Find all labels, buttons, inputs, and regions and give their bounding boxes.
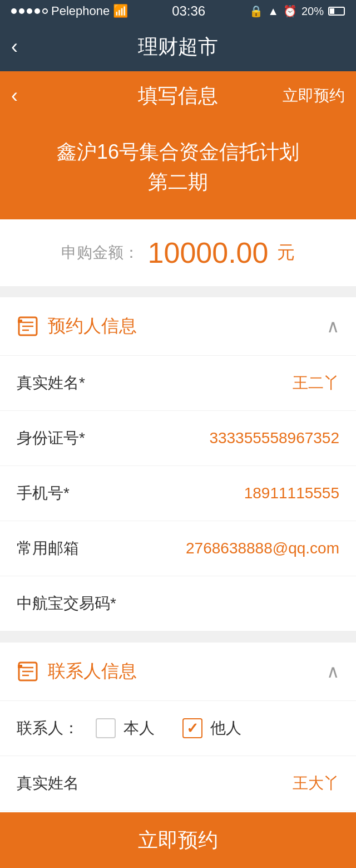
sub-nav-title: 填写信息 (138, 82, 218, 110)
nav-back-button[interactable]: ‹ (11, 35, 18, 58)
dot-1 (11, 8, 17, 14)
sub-nav-action-button[interactable]: 立即预约 (283, 85, 345, 106)
contact-field-real-name[interactable]: 真实姓名 王大丫 (0, 756, 356, 811)
field-phone-value: 18911115555 (244, 484, 339, 502)
lock-icon: 🔒 (249, 4, 263, 18)
nav-title: 理财超市 (138, 33, 218, 61)
reserver-header-left: 预约人信息 (17, 314, 137, 339)
contact-type-row: 联系人： 本人 他人 (0, 701, 356, 756)
field-real-name-label: 真实姓名* (17, 372, 117, 394)
field-real-name-value: 王二丫 (293, 372, 339, 394)
reserver-section-header: 预约人信息 (0, 297, 356, 356)
contact-field-real-name-value: 王大丫 (293, 773, 339, 794)
field-trade-code-label: 中航宝交易码* (17, 593, 117, 614)
status-bar: Pelephone 📶 03:36 🔒 ▲ ⏰ 20% (0, 0, 356, 22)
dot-5 (42, 8, 48, 14)
dot-3 (27, 8, 32, 14)
status-right: 🔒 ▲ ⏰ 20% (249, 4, 345, 18)
field-phone-label: 手机号* (17, 483, 117, 504)
contact-section-header: 联系人信息 (0, 643, 356, 701)
field-id-number-label: 身份证号* (17, 428, 117, 449)
sub-nav-back-button[interactable]: ‹ (11, 84, 18, 107)
contact-field-real-name-label: 真实姓名 (17, 773, 117, 794)
contact-collapse-icon[interactable] (327, 661, 339, 682)
svg-rect-9 (18, 665, 22, 668)
reserver-icon (17, 315, 39, 337)
wifi-icon: 📶 (113, 4, 128, 18)
product-title-line1: 鑫沪16号集合资金信托计划 (57, 140, 299, 163)
reserver-section: 预约人信息 真实姓名* 王二丫 身份证号* 333355558967352 手机… (0, 297, 356, 631)
checkbox-self-label: 本人 (123, 718, 155, 739)
reserver-section-title: 预约人信息 (48, 314, 137, 339)
sub-nav-bar: ‹ 填写信息 立即预约 (0, 71, 356, 120)
carrier-name: Pelephone (51, 4, 110, 18)
location-icon: ▲ (268, 5, 279, 18)
checkbox-self-box[interactable] (96, 718, 116, 738)
field-id-number[interactable]: 身份证号* 333355558967352 (0, 411, 356, 466)
signal-dots (11, 8, 48, 14)
amount-unit: 元 (277, 241, 295, 265)
nav-bar: ‹ 理财超市 (0, 22, 356, 71)
dot-2 (19, 8, 24, 14)
contact-section-title: 联系人信息 (48, 659, 137, 684)
product-header: 鑫沪16号集合资金信托计划 第二期 (0, 120, 356, 219)
contact-label-prefix: 联系人： (17, 718, 79, 739)
battery-icon (328, 7, 345, 16)
product-title-line2: 第二期 (148, 170, 208, 193)
battery-label: 20% (301, 5, 324, 18)
checkbox-other[interactable]: 他人 (182, 718, 241, 739)
section-divider-2 (0, 631, 356, 643)
contact-header-left: 联系人信息 (17, 659, 137, 684)
amount-value: 10000.00 (148, 236, 269, 269)
dot-4 (34, 8, 40, 14)
alarm-icon: ⏰ (283, 4, 297, 18)
field-id-number-value: 333355558967352 (209, 429, 339, 447)
product-title: 鑫沪16号集合资金信托计划 第二期 (22, 137, 334, 197)
field-email-label: 常用邮箱 (17, 538, 117, 559)
field-email-value: 2768638888@qq.com (186, 540, 339, 557)
checkbox-self[interactable]: 本人 (96, 718, 155, 739)
field-phone[interactable]: 手机号* 18911115555 (0, 466, 356, 521)
checkbox-other-label: 他人 (210, 718, 241, 739)
status-time: 03:36 (172, 3, 205, 19)
reserver-collapse-icon[interactable] (327, 316, 339, 337)
svg-rect-4 (18, 320, 22, 323)
submit-button[interactable]: 立即预约 (0, 812, 356, 868)
checkbox-other-box[interactable] (182, 718, 202, 738)
section-divider-1 (0, 286, 356, 297)
amount-section: 申购金额： 10000.00 元 (0, 219, 356, 286)
status-left: Pelephone 📶 (11, 4, 128, 18)
contact-icon (17, 660, 39, 683)
amount-label: 申购金额： (61, 242, 139, 263)
field-trade-code[interactable]: 中航宝交易码* (0, 576, 356, 631)
field-real-name[interactable]: 真实姓名* 王二丫 (0, 356, 356, 411)
field-email[interactable]: 常用邮箱 2768638888@qq.com (0, 521, 356, 576)
